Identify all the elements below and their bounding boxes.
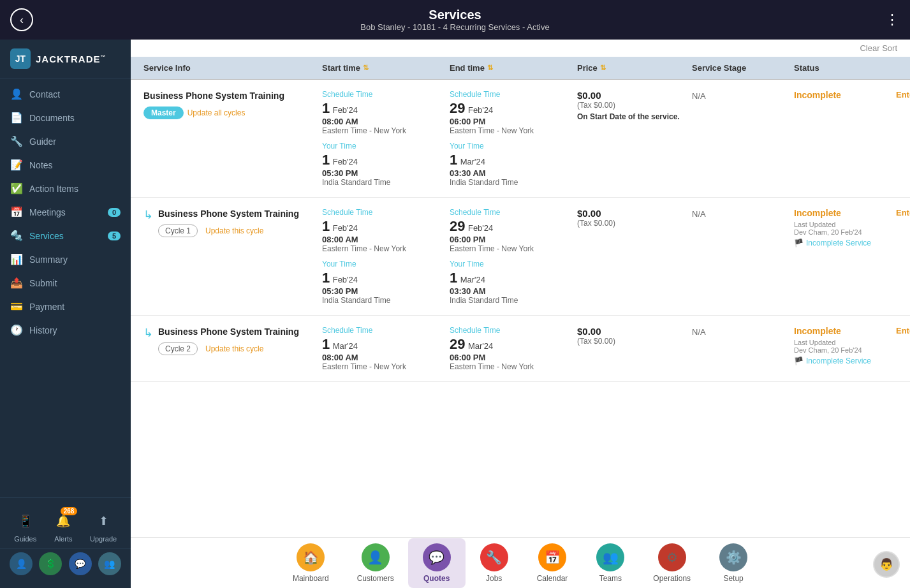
col-start-time[interactable]: Start time ⇅ <box>322 63 450 73</box>
nav-quotes[interactable]: 💬 Quotes <box>408 538 466 588</box>
table-row: ↳ Business Phone System Training Cycle 2… <box>131 316 910 382</box>
operations-icon: ⚙ <box>658 543 686 571</box>
sub-arrow-icon: ↳ <box>143 208 153 222</box>
upgrade-icon: ⬆ <box>92 510 115 533</box>
avatar-dollar[interactable]: 💲 <box>39 552 62 575</box>
sidebar-footer-actions: 📱 Guides 🔔 268 Alerts ⬆ Upgrade <box>0 504 131 548</box>
sidebar-item-documents[interactable]: 📄 Documents <box>0 106 131 129</box>
start-time-2: Schedule Time 1 Feb'24 08:00 AM Eastern … <box>322 208 450 305</box>
more-options-button[interactable]: ⋮ <box>885 11 900 28</box>
sidebar-item-payment[interactable]: 💳 Payment <box>0 295 131 318</box>
customers-label: Customers <box>357 574 394 583</box>
clear-sort-bar: Clear Sort <box>131 40 910 57</box>
enter-button-1[interactable]: Enter › <box>896 90 910 99</box>
sidebar-item-label: Meetings <box>29 207 66 217</box>
sort-start-icon: ⇅ <box>363 64 369 72</box>
main-layout: JT JACKTRADE™ 👤 Contact 📄 Documents 🔧 Gu… <box>0 40 910 588</box>
status-3: Incomplete Last Updated Dev Cham, 20 Feb… <box>794 326 896 365</box>
services-icon: 🔩 <box>10 230 23 242</box>
table-header: Service Info Start time ⇅ End time ⇅ Pri… <box>131 57 910 80</box>
sidebar-item-guider[interactable]: 🔧 Guider <box>0 129 131 153</box>
sidebar-item-label: History <box>29 325 57 335</box>
operations-label: Operations <box>653 574 691 583</box>
service-stage-3: N/A <box>692 326 794 337</box>
meetings-icon: 📅 <box>10 206 23 218</box>
flag-icon: 🏴 <box>794 239 804 247</box>
content-area: Clear Sort Service Info Start time ⇅ End… <box>131 40 910 588</box>
mainboard-icon: 🏠 <box>297 543 325 571</box>
nav-operations[interactable]: ⚙ Operations <box>639 538 705 588</box>
history-icon: 🕐 <box>10 324 23 336</box>
sidebar-item-notes[interactable]: 📝 Notes <box>0 153 131 177</box>
calendar-icon: 📅 <box>538 543 566 571</box>
enter-button-2[interactable]: Enter › <box>896 208 910 217</box>
contact-icon: 👤 <box>10 88 23 100</box>
submit-icon: 📤 <box>10 277 23 289</box>
sidebar-nav: 👤 Contact 📄 Documents 🔧 Guider 📝 Notes ✅ <box>0 78 131 497</box>
nav-mainboard[interactable]: 🏠 Mainboard <box>279 538 343 588</box>
alerts-button[interactable]: 🔔 268 Alerts <box>52 510 75 543</box>
nav-customers[interactable]: 👤 Customers <box>343 538 408 588</box>
incomplete-flag-3[interactable]: 🏴 Incomplete Service <box>794 356 896 365</box>
page-subtitle: Bob Stanley - 10181 - 4 Recurring Servic… <box>360 22 549 32</box>
logo-text: JACKTRADE™ <box>36 54 106 64</box>
avatar-person[interactable]: 👤 <box>10 552 33 575</box>
sidebar-item-summary[interactable]: 📊 Summary <box>0 247 131 271</box>
clear-sort-button[interactable]: Clear Sort <box>860 43 897 53</box>
nav-setup[interactable]: ⚙️ Setup <box>705 538 762 588</box>
sidebar-item-label: Contact <box>29 89 60 99</box>
enter-1[interactable]: Enter › <box>896 90 910 99</box>
setup-label: Setup <box>723 574 743 583</box>
service-stage-1: N/A <box>692 90 794 101</box>
upgrade-button[interactable]: ⬆ Upgrade <box>90 510 117 543</box>
incomplete-flag-2[interactable]: 🏴 Incomplete Service <box>794 239 896 247</box>
meetings-badge: 0 <box>108 208 121 217</box>
alerts-badge: 268 <box>61 507 78 515</box>
col-price[interactable]: Price ⇅ <box>577 63 692 73</box>
sidebar-item-contact[interactable]: 👤 Contact <box>0 82 131 106</box>
sidebar-item-label: Guider <box>29 136 56 147</box>
enter-3[interactable]: Enter › <box>896 326 910 335</box>
sidebar-item-history[interactable]: 🕐 History <box>0 318 131 342</box>
sidebar-item-label: Action Items <box>29 184 78 194</box>
page-title: Services <box>360 8 549 22</box>
sub-arrow-icon-2: ↳ <box>143 326 153 340</box>
enter-2[interactable]: Enter › <box>896 208 910 217</box>
services-badge: 5 <box>108 232 121 240</box>
action-items-icon: ✅ <box>10 182 23 195</box>
col-service-info: Service Info <box>143 63 322 73</box>
sidebar-item-label: Notes <box>29 160 53 170</box>
quotes-label: Quotes <box>423 574 450 583</box>
sidebar-logo: JT JACKTRADE™ <box>0 40 131 78</box>
update-cycle1-link[interactable]: Update this cycle <box>205 226 263 235</box>
quotes-icon: 💬 <box>423 543 451 571</box>
profile-avatar[interactable]: 👨 <box>873 551 900 578</box>
nav-teams[interactable]: 👥 Teams <box>582 538 639 588</box>
sidebar-item-services[interactable]: 🔩 Services 5 <box>0 224 131 247</box>
enter-button-3[interactable]: Enter › <box>896 326 910 335</box>
notes-icon: 📝 <box>10 159 23 171</box>
logo-icon: JT <box>10 48 31 69</box>
nav-calendar[interactable]: 📅 Calendar <box>523 538 582 588</box>
content-scroll[interactable]: Clear Sort Service Info Start time ⇅ End… <box>131 40 910 537</box>
update-all-cycles-link[interactable]: Update all cycles <box>187 108 246 117</box>
update-cycle2-link[interactable]: Update this cycle <box>205 344 263 353</box>
nav-jobs[interactable]: 🔧 Jobs <box>466 538 523 588</box>
guides-button[interactable]: 📱 Guides <box>14 510 37 543</box>
sidebar-item-submit[interactable]: 📤 Submit <box>0 271 131 295</box>
sidebar-item-meetings[interactable]: 📅 Meetings 0 <box>0 200 131 224</box>
flag-icon-2: 🏴 <box>794 356 804 365</box>
back-button[interactable]: ‹ <box>10 8 33 31</box>
teams-icon: 👥 <box>596 543 624 571</box>
end-time-3: Schedule Time 29 Mar'24 06:00 PM Eastern… <box>450 326 577 371</box>
sidebar-item-action-items[interactable]: ✅ Action Items <box>0 177 131 200</box>
start-time-3: Schedule Time 1 Mar'24 08:00 AM Eastern … <box>322 326 450 371</box>
col-end-time[interactable]: End time ⇅ <box>450 63 577 73</box>
teams-label: Teams <box>599 574 622 583</box>
avatar-chat[interactable]: 💬 <box>69 552 92 575</box>
avatar-users[interactable]: 👥 <box>98 552 121 575</box>
sort-end-icon: ⇅ <box>487 64 493 72</box>
top-header: ‹ Services Bob Stanley - 10181 - 4 Recur… <box>0 0 910 40</box>
col-action <box>896 63 910 73</box>
summary-icon: 📊 <box>10 253 23 265</box>
